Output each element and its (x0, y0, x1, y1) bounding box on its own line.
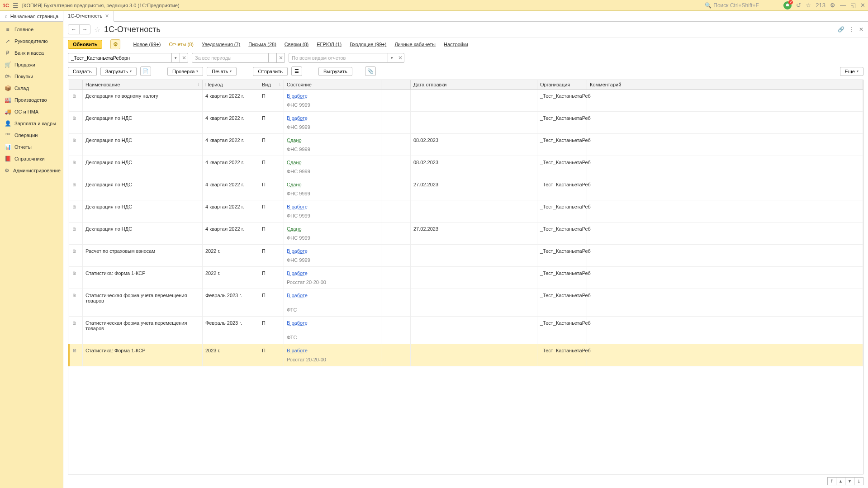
nav-forward-icon[interactable]: → (79, 25, 90, 34)
global-search[interactable]: 🔍 Поиск Ctrl+Shift+F (702, 2, 779, 9)
status-link[interactable]: В работе (287, 270, 308, 276)
table-row[interactable]: 🗎Расчет по страховым взносам2022 г.ПВ ра… (69, 245, 863, 256)
nav-last-icon[interactable]: ⤓ (854, 477, 863, 485)
nav-first-icon[interactable]: ⤒ (827, 477, 836, 485)
table-row[interactable]: 🗎Статистика: Форма 1-КСР2022 г.ПВ работе… (69, 267, 863, 278)
create-button[interactable]: Создать (68, 67, 97, 76)
table-row-sub[interactable]: ФНС 9999 (69, 123, 863, 134)
clear-icon[interactable]: ✕ (180, 53, 188, 63)
sidebar-item[interactable]: ↗Руководителю (0, 35, 63, 47)
clear-icon[interactable]: ✕ (277, 53, 285, 63)
col-comment[interactable]: Комментарий (587, 80, 863, 90)
tab-home[interactable]: ⌂ Начальная страница (0, 11, 63, 21)
col-period[interactable]: Период (203, 80, 259, 90)
linktab[interactable]: Письма (28) (248, 42, 276, 47)
linktab[interactable]: Уведомления (7) (202, 42, 240, 47)
status-link[interactable]: В работе (287, 248, 308, 254)
sidebar-item[interactable]: 📦Склад (0, 82, 63, 94)
sidebar-item[interactable]: ₽Банк и касса (0, 47, 63, 59)
filter-period-input[interactable] (192, 53, 269, 63)
attach-icon[interactable]: 📎 (365, 66, 376, 76)
status-link[interactable]: Сдано (287, 160, 302, 165)
history-icon[interactable]: ↺ (796, 2, 801, 9)
linktab[interactable]: ЕГРЮЛ (1) (317, 42, 342, 47)
menu-icon[interactable]: ☰ (13, 2, 19, 9)
col-name[interactable]: Наименование↓ (83, 80, 203, 90)
status-link[interactable]: В работе (287, 93, 308, 99)
table-row-sub[interactable]: ФТС (69, 305, 863, 317)
sidebar-item[interactable]: ≡Главное (0, 24, 63, 35)
table-row-sub[interactable]: ФНС 9999 (69, 189, 863, 200)
filter-icon[interactable]: ⚙ (830, 2, 835, 9)
bell-icon[interactable] (783, 1, 792, 9)
filter-type-input[interactable] (289, 53, 388, 63)
col-date[interactable]: Дата отправки (411, 80, 537, 90)
notif-count[interactable]: 213 (816, 2, 825, 9)
table-row[interactable]: 🗎Декларация по НДС4 квартал 2022 г.ПВ ра… (69, 200, 863, 212)
sidebar-item[interactable]: ⚙Администрирование (0, 165, 63, 176)
check-button[interactable]: Проверка▾ (167, 67, 203, 76)
close-page-icon[interactable]: ✕ (859, 26, 863, 33)
close-window-icon[interactable]: ✕ (860, 2, 865, 9)
table-row[interactable]: 🗎Статистическая форма учета перемещения … (69, 317, 863, 333)
filter-org-input[interactable] (68, 53, 172, 63)
sidebar-item[interactable]: 📕Справочники (0, 153, 63, 165)
table-row-sub[interactable]: ФТС (69, 333, 863, 344)
sidebar-item[interactable]: 🏭Производство (0, 94, 63, 106)
nav-up-icon[interactable]: ▲ (836, 477, 845, 485)
status-link[interactable]: Сдано (287, 226, 302, 232)
link-icon[interactable]: 🔗 (838, 26, 844, 33)
star-icon[interactable]: ☆ (806, 2, 811, 9)
table-row-sub[interactable]: ФНС 9999 (69, 233, 863, 245)
kebab-icon[interactable]: ⋮ (849, 26, 854, 33)
col-icon[interactable] (69, 80, 83, 90)
nav-back-icon[interactable]: ← (68, 25, 79, 34)
table-row-sub[interactable]: ФНС 9999 (69, 145, 863, 156)
list-icon[interactable]: ☰ (291, 66, 302, 76)
linktab[interactable]: Сверки (8) (285, 42, 308, 47)
ellipsis-icon[interactable]: … (269, 53, 277, 63)
status-link[interactable]: В работе (287, 348, 308, 353)
status-link[interactable]: В работе (287, 293, 308, 298)
col-org[interactable]: Организация (537, 80, 587, 90)
table-row[interactable]: 🗎Декларация по НДС4 квартал 2022 г.ПСдан… (69, 178, 863, 190)
table-row-sub[interactable]: ФНС 9999 (69, 167, 863, 178)
table-row-sub[interactable]: Росстат 20-20-00 (69, 278, 863, 289)
status-link[interactable]: В работе (287, 115, 308, 121)
table-row[interactable]: 🗎Декларация по НДС4 квартал 2022 г.ПСдан… (69, 156, 863, 167)
sidebar-item[interactable]: 📊Отчеты (0, 141, 63, 153)
linktab[interactable]: Входящие (99+) (350, 42, 386, 47)
table-row-sub[interactable]: ФНС 9999 (69, 256, 863, 267)
table-row[interactable]: 🗎Декларация по НДС4 квартал 2022 г.ПСдан… (69, 223, 863, 234)
linktab[interactable]: Отчеты (8) (169, 42, 194, 47)
chevron-down-icon[interactable]: ▾ (172, 53, 180, 63)
print-button[interactable]: Печать▾ (207, 67, 237, 76)
table-row[interactable]: 🗎Декларация по НДС4 квартал 2022 г.ПСдан… (69, 134, 863, 145)
sidebar-item[interactable]: ᴰᴷОперации (0, 129, 63, 141)
sidebar-item[interactable]: 🛍Покупки (0, 71, 63, 82)
minimize-icon[interactable]: — (840, 2, 846, 9)
status-link[interactable]: В работе (287, 320, 308, 326)
more-button[interactable]: Еще▾ (840, 67, 863, 76)
table-row-sub[interactable]: Росстат 20-20-00 (69, 355, 863, 366)
status-link[interactable]: Сдано (287, 182, 302, 187)
linktab[interactable]: Новое (99+) (133, 42, 161, 47)
col-extra[interactable] (381, 80, 411, 90)
table-row-sub[interactable]: ФНС 9999 (69, 100, 863, 112)
sidebar-item[interactable]: 🛒Продажи (0, 59, 63, 71)
clear-icon[interactable]: ✕ (396, 53, 404, 63)
linktab[interactable]: Личные кабинеты (394, 42, 436, 47)
nav-down-icon[interactable]: ▼ (845, 477, 854, 485)
send-button[interactable]: Отправить (253, 67, 288, 76)
tab-close-icon[interactable]: ✕ (105, 13, 109, 19)
chevron-down-icon[interactable]: ▾ (388, 53, 396, 63)
col-status[interactable]: Состояние (284, 80, 381, 90)
export-button[interactable]: Выгрузить (318, 67, 352, 76)
refresh-button[interactable]: Обновить (68, 40, 102, 49)
load-file-icon[interactable]: 📄 (140, 66, 151, 76)
table-row[interactable]: 🗎Декларация по НДС4 квартал 2022 г.ПВ ра… (69, 112, 863, 123)
load-button[interactable]: Загрузить▾ (100, 67, 137, 76)
linktab[interactable]: Настройки (444, 42, 468, 47)
tab-reporting[interactable]: 1С-Отчетность ✕ (63, 11, 114, 22)
sidebar-item[interactable]: 🚚ОС и НМА (0, 106, 63, 118)
